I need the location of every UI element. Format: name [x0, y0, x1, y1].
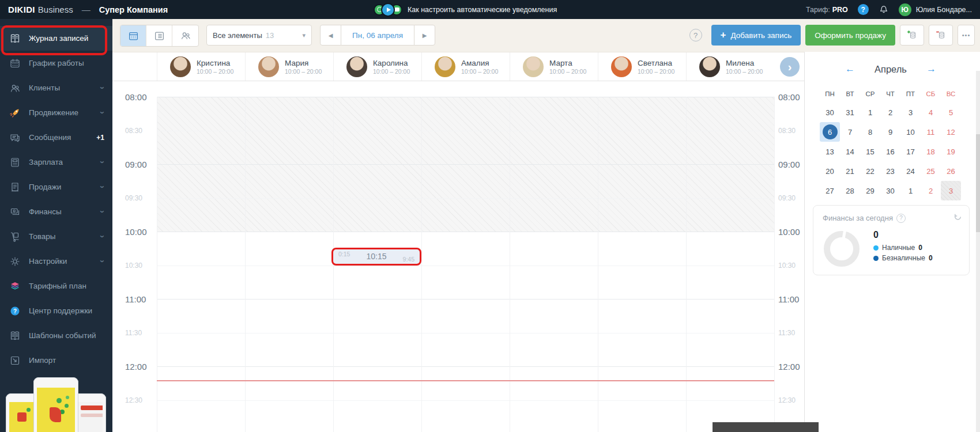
staff-column-амалия[interactable]: Амалия10:00 – 20:00	[421, 52, 510, 81]
staff-name: Каролина	[373, 59, 410, 69]
staff-column-милена[interactable]: Милена10:00 – 20:00	[686, 52, 774, 81]
more-actions-button[interactable]: •••	[958, 25, 975, 46]
staff-column-мария[interactable]: Мария10:00 – 20:00	[245, 52, 333, 81]
plus-icon: +	[721, 29, 726, 41]
grid-line	[157, 198, 774, 199]
chevron-down-icon: ›	[98, 235, 108, 238]
help-icon[interactable]: ?	[858, 4, 869, 15]
calendar-day-19[interactable]: 19	[941, 142, 961, 161]
weekday-label: ВТ	[840, 85, 860, 103]
cash-out-button[interactable]	[929, 25, 953, 46]
calendar-day-3[interactable]: 3	[900, 103, 921, 122]
grid-line	[157, 131, 774, 131]
current-date-button[interactable]: Пн, 06 апреля	[341, 25, 414, 46]
scrollbar-thumb[interactable]	[976, 134, 980, 232]
time-label-left: 10:30	[125, 262, 142, 270]
sidebar-item-журнал-записей[interactable]: Журнал записей	[0, 26, 112, 51]
calendar-day-22[interactable]: 22	[860, 161, 880, 181]
staff-column-каролина[interactable]: Каролина10:00 – 20:00	[333, 52, 421, 81]
next-day-button[interactable]: ▶	[414, 25, 435, 46]
calendar-day-17[interactable]: 17	[900, 142, 921, 161]
selected-time-slot[interactable]: 0:15 10:15 9:45	[331, 248, 421, 266]
sidebar-item-центр-поддержки[interactable]: ?Центр поддержки	[0, 298, 112, 323]
sidebar-item-тарифный-план[interactable]: Тарифный план	[0, 274, 112, 298]
staff-column-кристина[interactable]: Кристина10:00 – 20:00	[157, 52, 245, 81]
column-divider	[774, 97, 775, 432]
scrollbar[interactable]	[976, 71, 980, 432]
sidebar-item-продажи[interactable]: Продажи›	[0, 175, 112, 199]
sidebar-item-импорт[interactable]: Импорт	[0, 348, 112, 373]
sidebar-item-график-работы[interactable]: График работы	[0, 51, 112, 75]
calendar-day-10[interactable]: 10	[900, 122, 921, 142]
sidebar-item-финансы[interactable]: Финансы›	[0, 199, 112, 224]
calendar-day-16[interactable]: 16	[880, 142, 900, 161]
company-name[interactable]: Супер Компания	[99, 5, 168, 14]
sales-icon	[9, 181, 22, 193]
calendar-day-8[interactable]: 8	[860, 122, 880, 142]
view-list-button[interactable]	[146, 25, 172, 46]
finances-help-icon[interactable]: ?	[896, 214, 906, 223]
slot-offset-after: 9:45	[403, 256, 414, 263]
calendar-day-2[interactable]: 2	[921, 181, 941, 200]
scroll-staff-right-button[interactable]: ›	[780, 57, 800, 77]
calendar-day-30[interactable]: 30	[880, 181, 900, 200]
sidebar-item-товары[interactable]: Товары›	[0, 224, 112, 249]
calendar-day-25[interactable]: 25	[921, 161, 941, 181]
notification-text[interactable]: Как настроить автоматические уведомления	[408, 6, 557, 14]
prev-month-icon[interactable]: ←	[845, 63, 855, 75]
weekday-label: СР	[860, 85, 880, 103]
bell-icon[interactable]	[879, 5, 889, 15]
calendar-day-29[interactable]: 29	[860, 181, 880, 200]
calendar-day-12[interactable]: 12	[941, 122, 961, 142]
calendar-day-15[interactable]: 15	[860, 142, 880, 161]
calendar-day-24[interactable]: 24	[900, 161, 921, 181]
refresh-icon[interactable]	[953, 213, 962, 223]
staff-column-светлана[interactable]: Светлана10:00 – 20:00	[598, 52, 686, 81]
user-menu[interactable]: Ю Юлия Бондаре...	[899, 3, 972, 16]
calendar-day-4[interactable]: 4	[921, 103, 941, 122]
calendar-day-9[interactable]: 9	[880, 122, 900, 142]
chevron-down-icon: ›	[98, 210, 108, 213]
calendar-day-3[interactable]: 3	[941, 181, 961, 200]
journal-help-icon[interactable]: ?	[689, 29, 702, 41]
calendar-day-14[interactable]: 14	[840, 142, 860, 161]
sidebar-item-шаблоны-событий[interactable]: Шаблоны событий	[0, 323, 112, 348]
mobile-app-promo[interactable]	[0, 372, 112, 432]
notification-banner[interactable]: Как настроить автоматические уведомления	[374, 0, 557, 19]
calendar-day-20[interactable]: 20	[820, 161, 840, 181]
calendar-day-6[interactable]: 6	[820, 122, 840, 142]
sidebar-item-продвижение[interactable]: Продвижение›	[0, 100, 112, 125]
calendar-day-28[interactable]: 28	[840, 181, 860, 200]
tariff-label[interactable]: Тариф:PRO	[806, 6, 848, 14]
calendar-day-30[interactable]: 30	[820, 103, 840, 122]
calendar-day-1[interactable]: 1	[900, 181, 921, 200]
calendar-day-21[interactable]: 21	[840, 161, 860, 181]
prev-day-button[interactable]: ◀	[320, 25, 341, 46]
sidebar-item-клиенты[interactable]: Клиенты›	[0, 75, 112, 100]
sidebar-item-сообщения[interactable]: Сообщения+1	[0, 125, 112, 150]
calendar-day-2[interactable]: 2	[880, 103, 900, 122]
sidebar-item-зарплата[interactable]: Зарплата›	[0, 150, 112, 175]
schedule-grid[interactable]: 08:0008:0008:3008:3009:0009:0009:3009:30…	[112, 81, 804, 432]
calendar-day-23[interactable]: 23	[880, 161, 900, 181]
calendar-day-31[interactable]: 31	[840, 103, 860, 122]
brand: DIKIDI Business — Супер Компания	[8, 5, 168, 14]
cash-in-button[interactable]	[900, 25, 924, 46]
calendar-day-13[interactable]: 13	[820, 142, 840, 161]
calendar-day-11[interactable]: 11	[921, 122, 941, 142]
view-calendar-button[interactable]	[120, 25, 146, 46]
view-staff-button[interactable]	[172, 25, 198, 46]
add-record-button[interactable]: +Добавить запись	[711, 25, 801, 46]
sidebar-item-настройки[interactable]: Настройки›	[0, 249, 112, 274]
calendar-day-1[interactable]: 1	[860, 103, 880, 122]
time-label-left: 12:00	[125, 362, 147, 372]
calendar-day-7[interactable]: 7	[840, 122, 860, 142]
make-sale-button[interactable]: Оформить продажу	[805, 25, 895, 46]
staff-column-марта[interactable]: Марта10:00 – 20:00	[510, 52, 598, 81]
next-month-icon[interactable]: →	[926, 63, 936, 75]
calendar-day-18[interactable]: 18	[921, 142, 941, 161]
calendar-day-5[interactable]: 5	[941, 103, 961, 122]
calendar-day-27[interactable]: 27	[820, 181, 840, 200]
calendar-day-26[interactable]: 26	[941, 161, 961, 181]
elements-filter-dropdown[interactable]: Все элементы 13 ▾	[206, 25, 312, 46]
